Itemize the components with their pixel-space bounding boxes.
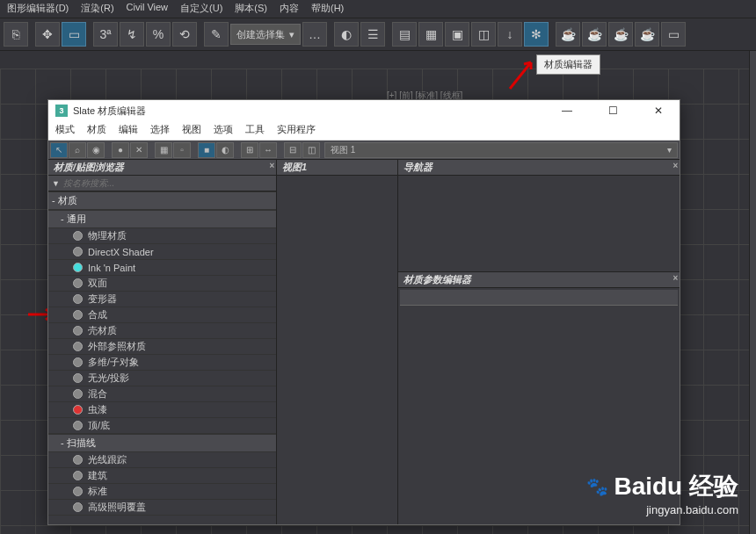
tool-download-icon[interactable]: ↓ — [498, 22, 522, 47]
dlg-menu-view[interactable]: 视图 — [182, 123, 201, 138]
dlg-tool-lock-icon[interactable]: ◐ — [216, 142, 234, 158]
tree-item-shell[interactable]: 壳材质 — [48, 323, 276, 339]
minimize-button[interactable]: — — [553, 102, 581, 119]
dlg-menu-mode[interactable]: 模式 — [55, 123, 75, 138]
swatch-icon — [73, 487, 83, 496]
tool-align-icon[interactable]: ☰ — [360, 22, 385, 47]
tree-group-scanline[interactable]: - 扫描线 — [48, 434, 276, 452]
dlg-tool-layout-icon[interactable]: ⊞ — [241, 142, 258, 158]
menu-civil-view[interactable]: Civil View — [127, 2, 168, 16]
tool-brush-icon[interactable]: ✎ — [204, 22, 229, 47]
dlg-tool-pick-icon[interactable]: ⌕ — [69, 142, 86, 158]
swatch-icon — [73, 310, 83, 320]
panel-close-icon[interactable]: × — [269, 161, 274, 170]
tree-item-directx[interactable]: DirectX Shader — [48, 244, 276, 260]
tool-scene-icon[interactable]: ◫ — [471, 22, 496, 47]
tree-item-physical[interactable]: 物理材质 — [48, 228, 276, 244]
tool-link-icon[interactable]: ⎘ — [4, 22, 28, 47]
maximize-button[interactable]: ☐ — [599, 102, 627, 119]
menu-help[interactable]: 帮助(H) — [311, 2, 344, 16]
tool-move-icon[interactable]: ✥ — [35, 22, 60, 47]
tool-layers-icon[interactable]: ▤ — [392, 22, 417, 47]
menu-customize[interactable]: 自定义(U) — [180, 2, 222, 16]
param-toolbar[interactable] — [400, 290, 678, 306]
tree-item-top-bottom[interactable]: 顶/底 — [48, 418, 276, 434]
tree-item-blend[interactable]: 混合 — [48, 386, 276, 402]
tree-item-shellac[interactable]: 虫漆 — [48, 402, 276, 418]
menu-script[interactable]: 脚本(S) — [235, 2, 267, 16]
tool-snap-icon[interactable]: ⟲ — [172, 22, 197, 47]
search-input[interactable] — [63, 178, 273, 188]
dlg-tool-separate-icon[interactable]: ⊟ — [284, 142, 302, 158]
panel-close-icon[interactable]: × — [672, 161, 678, 170]
tool-3d-icon[interactable]: 3ª — [93, 22, 118, 47]
tree-item-raytrace[interactable]: 光线跟踪 — [48, 452, 276, 468]
dialog-menubar: 模式 材质 编辑 选择 视图 选项 工具 实用程序 — [48, 121, 680, 141]
tool-render-output-icon[interactable]: ▭ — [661, 22, 686, 47]
navigator-panel[interactable] — [398, 176, 680, 272]
dlg-menu-select[interactable]: 选择 — [150, 123, 170, 138]
tool-render-icon[interactable]: ☕ — [608, 22, 633, 47]
annotation-arrow-icon — [508, 57, 536, 90]
view-panel-header[interactable]: 视图1 — [277, 160, 397, 176]
dlg-menu-edit[interactable]: 编辑 — [119, 123, 138, 138]
menu-graphics-editor[interactable]: 图形编辑器(D) — [7, 2, 69, 16]
tree-item-double-sided[interactable]: 双面 — [48, 276, 276, 292]
tool-mirror-icon[interactable]: ◐ — [334, 22, 359, 47]
swatch-icon — [73, 231, 83, 241]
dlg-tool-assign-icon[interactable]: ◉ — [87, 142, 105, 158]
slate-material-editor-dialog: 3 Slate 材质编辑器 — ☐ ✕ 模式 材质 编辑 选择 视图 选项 工具… — [47, 99, 680, 525]
tool-select-icon[interactable]: ▭ — [62, 22, 86, 47]
dlg-tool-preview-icon[interactable]: ■ — [198, 142, 215, 158]
tree-item-morpher[interactable]: 变形器 — [48, 292, 276, 307]
dlg-tool-box-icon[interactable]: ▫ — [173, 142, 191, 158]
tool-render-frame-icon[interactable]: ☕ — [582, 22, 607, 47]
dlg-menu-options[interactable]: 选项 — [214, 123, 233, 138]
material-editor-button[interactable]: ✻ — [524, 22, 549, 47]
tree-item-matte[interactable]: 无光/投影 — [48, 371, 276, 386]
browser-panel-header[interactable]: 材质/贴图浏览器 × — [48, 160, 276, 176]
tree-group-materials[interactable]: - 材质 — [48, 191, 276, 210]
dlg-tool-select-icon[interactable]: ↖ — [50, 142, 68, 158]
tool-curve-icon[interactable]: ↯ — [120, 22, 144, 47]
tool-schematic-icon[interactable]: ▣ — [445, 22, 469, 47]
tool-grid-icon[interactable]: ▦ — [418, 22, 443, 47]
dlg-tool-move-icon[interactable]: ▦ — [155, 142, 172, 158]
paw-icon: 🐾 — [586, 476, 608, 497]
tool-percent-icon[interactable]: % — [146, 22, 171, 47]
dlg-menu-tools[interactable]: 工具 — [245, 123, 265, 138]
node-canvas[interactable] — [277, 176, 397, 524]
tree-item-composite[interactable]: 合成 — [48, 307, 276, 323]
search-expand-icon[interactable]: ▼ — [52, 179, 60, 188]
tool-render-setup-icon[interactable]: ☕ — [556, 22, 580, 47]
dlg-menu-utilities[interactable]: 实用程序 — [277, 123, 316, 138]
panel-close-icon[interactable]: × — [672, 273, 678, 283]
tree-item-ink-paint[interactable]: Ink 'n Paint — [48, 260, 276, 276]
dlg-tool-hide-icon[interactable]: ◫ — [302, 142, 320, 158]
close-button[interactable]: ✕ — [644, 102, 672, 119]
dlg-tool-delete-icon[interactable]: ✕ — [130, 142, 148, 158]
menu-content[interactable]: 内容 — [280, 2, 299, 16]
tree-item-xref[interactable]: 外部参照材质 — [48, 339, 276, 355]
tool-abc-icon[interactable]: … — [302, 22, 327, 47]
tool-render-preset-icon[interactable]: ☕ — [635, 22, 659, 47]
dlg-tool-sphere-icon[interactable]: ● — [112, 142, 129, 158]
swatch-icon — [73, 373, 83, 383]
material-tree[interactable]: - 材质 - 通用 物理材质 DirectX Shader Ink 'n Pai… — [48, 191, 276, 524]
tree-item-multisub[interactable]: 多维/子对象 — [48, 355, 276, 371]
command-panel-edge[interactable] — [749, 51, 756, 534]
dialog-titlebar[interactable]: 3 Slate 材质编辑器 — ☐ ✕ — [48, 100, 680, 121]
dlg-menu-material[interactable]: 材质 — [87, 123, 106, 138]
param-editor-header[interactable]: 材质参数编辑器 × — [398, 272, 680, 288]
tree-item-advanced-lighting[interactable]: 高级照明覆盖 — [48, 500, 276, 516]
tree-item-arch[interactable]: 建筑 — [48, 468, 276, 484]
dlg-tool-connect-icon[interactable]: ↔ — [259, 142, 277, 158]
main-toolbar: ⎘ ✥ ▭ 3ª ↯ % ⟲ ✎ 创建选择集 … ◐ ☰ ▤ ▦ ▣ ◫ ↓ ✻… — [0, 18, 756, 51]
view-dropdown[interactable]: 视图 1 — [324, 142, 678, 158]
app-icon: 3 — [55, 105, 68, 117]
menu-render[interactable]: 渲染(R) — [81, 2, 113, 16]
tree-group-general[interactable]: - 通用 — [48, 210, 276, 228]
tree-item-standard[interactable]: 标准 — [48, 484, 276, 500]
navigator-header[interactable]: 导航器 × — [398, 160, 680, 176]
selection-set-dropdown[interactable]: 创建选择集 — [230, 24, 301, 45]
